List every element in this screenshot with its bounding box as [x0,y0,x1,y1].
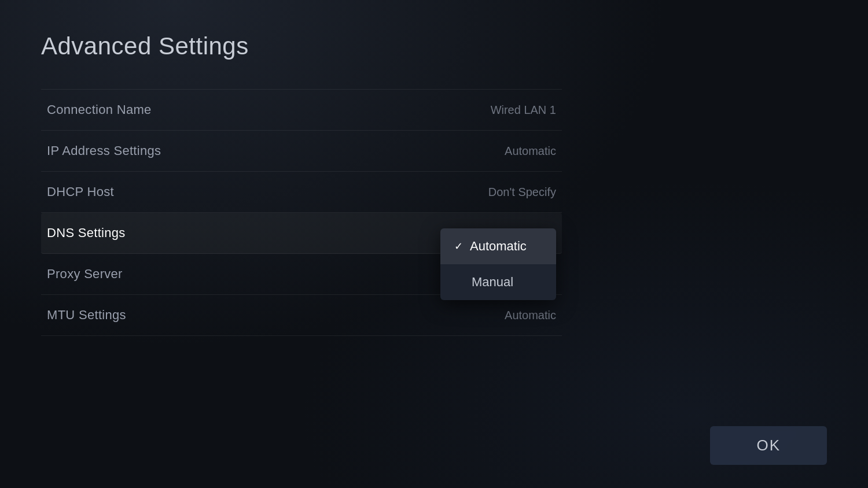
dns-option-manual[interactable]: Manual [440,264,556,300]
dns-dropdown-menu: ✓ Automatic Manual [440,228,556,300]
setting-row-connection-name[interactable]: Connection Name Wired LAN 1 [41,89,562,131]
setting-label-dns-settings: DNS Settings [47,225,126,241]
setting-row-dns-settings[interactable]: DNS Settings ✓ Automatic Manual [41,213,562,254]
setting-value-mtu-settings: Automatic [505,309,556,322]
dns-option-automatic[interactable]: ✓ Automatic [440,228,556,264]
setting-label-connection-name: Connection Name [47,102,152,117]
dns-option-automatic-label: Automatic [470,239,527,254]
setting-row-mtu-settings[interactable]: MTU Settings Automatic [41,295,562,336]
setting-label-mtu-settings: MTU Settings [47,308,126,323]
page-content: Advanced Settings Connection Name Wired … [0,0,868,359]
dns-option-manual-label: Manual [472,275,513,290]
setting-label-ip-address: IP Address Settings [47,143,161,158]
page-title: Advanced Settings [41,32,827,60]
setting-row-dhcp-host[interactable]: DHCP Host Don't Specify [41,172,562,213]
setting-row-ip-address[interactable]: IP Address Settings Automatic [41,131,562,172]
ok-button[interactable]: OK [710,426,827,465]
setting-value-connection-name: Wired LAN 1 [491,103,556,117]
setting-label-proxy-server: Proxy Server [47,267,123,282]
setting-value-ip-address: Automatic [505,145,556,158]
ok-button-container: OK [710,426,827,465]
check-icon: ✓ [454,240,463,253]
setting-value-dhcp-host: Don't Specify [488,186,556,199]
settings-list: Connection Name Wired LAN 1 IP Address S… [41,89,562,336]
setting-label-dhcp-host: DHCP Host [47,184,114,199]
